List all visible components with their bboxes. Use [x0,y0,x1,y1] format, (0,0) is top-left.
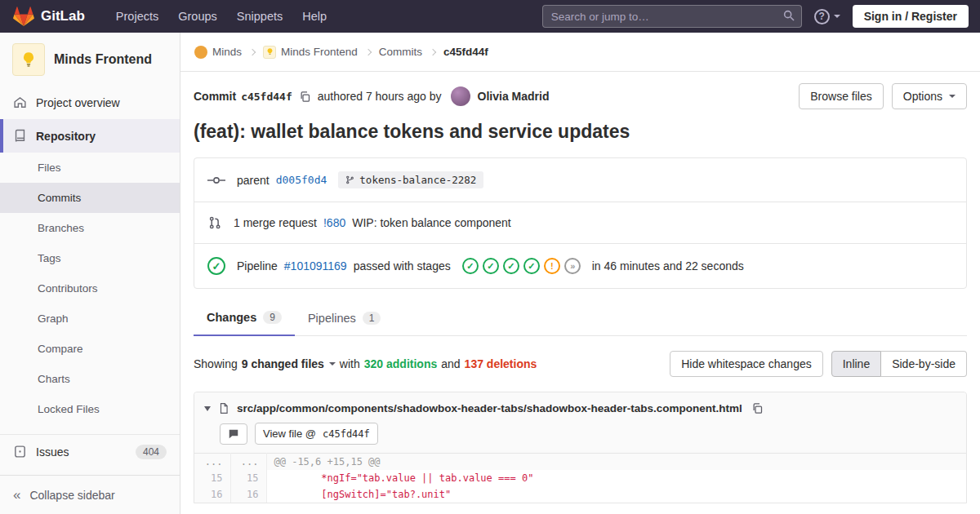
hunk-header-text: @@ -15,6 +15,15 @@ [266,454,966,471]
navbar-menu: Projects Groups Snippets Help [106,5,336,28]
options-dropdown-button[interactable]: Options [892,83,967,109]
stage-passed-icon[interactable]: ✓ [483,258,499,274]
sidebar-item-graph[interactable]: Graph [0,304,180,334]
collapse-file-caret-icon[interactable] [204,406,211,411]
copy-icon [751,402,764,414]
breadcrumb-minds-frontend[interactable]: Minds Frontend [263,46,358,59]
gitlab-tanuki-logo-icon [13,6,34,27]
nav-help[interactable]: Help [292,5,336,28]
commit-info-box: parent d005f0d4 tokens-balance-2282 [194,157,967,289]
sidebar-item-label: Project overview [36,96,120,109]
stage-passed-icon[interactable]: ✓ [523,258,540,274]
sidebar-item-issues[interactable]: Issues 404 [0,435,180,468]
search-icon[interactable] [782,9,795,22]
brand-name: GitLab [41,8,85,24]
chevron-down-icon [329,362,336,366]
toggle-comments-button[interactable] [220,423,247,445]
home-icon [13,95,27,109]
authored-text: authored 7 hours ago by [318,90,442,103]
comment-bubble-icon [228,428,239,440]
issues-icon [13,445,27,459]
tab-changes[interactable]: Changes 9 [194,300,295,336]
sidebar-item-project-overview[interactable]: Project overview [0,86,180,119]
additions-count: 320 additions [364,357,437,370]
issues-count-badge: 404 [136,445,167,459]
sidebar-item-repository[interactable]: Repository [0,119,180,153]
hide-whitespace-button[interactable]: Hide whitespace changes [670,351,823,377]
sidebar-item-contributors[interactable]: Contributors [0,273,180,304]
stage-skipped-icon[interactable]: » [564,258,581,274]
sidebar-item-charts[interactable]: Charts [0,364,180,394]
merge-request-row: 1 merge request !680 WIP: token balance … [194,202,966,244]
sign-in-register-button[interactable]: Sign in / Register [853,5,969,28]
copy-commit-sha-button[interactable] [297,89,313,104]
changes-count-badge: 9 [263,311,282,324]
project-context-header[interactable]: Minds Frontend [0,33,180,86]
diff-file-card: src/app/common/components/shadowbox-head… [194,392,967,503]
new-line-number[interactable]: 15 [230,470,266,486]
mr-id-link[interactable]: !680 [323,216,345,229]
tab-pipelines[interactable]: Pipelines 1 [295,300,394,335]
old-line-number[interactable]: 15 [194,470,230,486]
collapse-sidebar-button[interactable]: « Collapse sidebar [0,475,180,514]
sidebar-item-files[interactable]: Files [0,153,180,183]
commit-page: Commit c45fd44f authored 7 hours ago by … [180,72,980,514]
view-file-button[interactable]: View file @ c45fd44f [255,423,378,445]
commit-tabs: Changes 9 Pipelines 1 [194,300,967,336]
commit-icon [207,174,225,187]
nav-snippets[interactable]: Snippets [227,5,292,28]
double-chevron-left-icon: « [13,488,20,502]
stage-warning-icon[interactable]: ! [544,258,560,274]
file-icon [218,402,229,414]
branch-ref-label[interactable]: tokens-balance-2282 [338,171,483,188]
author-avatar[interactable] [451,86,470,106]
sidebar-item-tags[interactable]: Tags [0,243,180,273]
main-content: Minds Minds Frontend Commits c45fd44f Co… [180,33,980,514]
commit-sha: c45fd44f [241,91,292,103]
commit-actions: Browse files Options [799,83,967,109]
navbar-right: ? Sign in / Register [542,5,969,28]
sidebar-item-compare[interactable]: Compare [0,334,180,364]
chevron-down-icon [834,15,840,18]
old-line-number[interactable]: 16 [194,486,230,503]
nav-projects[interactable]: Projects [106,5,168,28]
diff-mode-toggle: Inline Side-by-side [831,351,967,377]
side-by-side-view-button[interactable]: Side-by-side [881,351,967,377]
sidebar-item-locked-files[interactable]: Locked Files [0,394,180,424]
stage-passed-icon[interactable]: ✓ [462,258,479,274]
old-line-number[interactable]: ... [194,454,230,471]
breadcrumb-minds[interactable]: Minds [194,46,242,59]
parent-sha-link[interactable]: d005f0d4 [276,174,327,186]
breadcrumb-separator-icon [365,48,372,55]
breadcrumb-commits[interactable]: Commits [379,46,422,58]
browse-files-button[interactable]: Browse files [799,83,883,109]
help-icon: ? [814,9,830,24]
pipeline-id-link[interactable]: #101091169 [284,259,347,273]
new-line-number[interactable]: 16 [230,486,266,503]
with-text: with [340,357,360,370]
diff-summary-bar: Showing 9 changed files with 320 additio… [194,351,967,377]
search-input[interactable] [542,5,802,28]
pipeline-mini-graph: ✓ ✓ ✓ ✓ ! » [462,258,581,274]
sidebar-item-branches[interactable]: Branches [0,213,180,243]
inline-view-button[interactable]: Inline [831,351,881,377]
showing-text: Showing [194,357,238,370]
diff-code-row: 15 15 *ngIf="tab.value || tab.value === … [194,470,966,486]
changed-files-dropdown[interactable]: 9 changed files [242,357,336,370]
project-sidebar: Minds Frontend Project overview Reposito… [0,33,180,514]
copy-file-path-button[interactable] [750,401,765,416]
new-line-number[interactable]: ... [230,454,266,471]
commit-meta-row: Commit c45fd44f authored 7 hours ago by … [194,72,967,113]
pipeline-row: ✓ Pipeline #101091169 passed with stages… [194,244,966,288]
sidebar-item-label: Repository [36,130,96,143]
gitlab-home-link[interactable]: GitLab [8,6,90,27]
help-dropdown[interactable]: ? [814,9,840,24]
sidebar-item-label: Issues [36,445,69,459]
author-name[interactable]: Olivia Madrid [478,90,550,103]
mr-count-text: 1 merge request [234,216,317,229]
stage-passed-icon[interactable]: ✓ [503,258,519,274]
pipelines-count-badge: 1 [363,312,381,325]
sidebar-item-commits[interactable]: Commits [0,183,180,213]
nav-groups[interactable]: Groups [168,5,227,28]
diff-file-path[interactable]: src/app/common/components/shadowbox-head… [237,402,742,414]
